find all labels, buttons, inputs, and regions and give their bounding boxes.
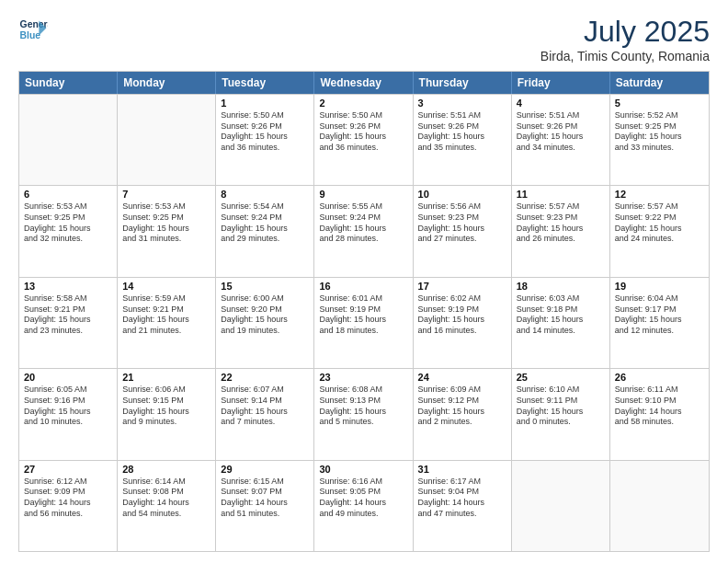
calendar-cell: 10Sunrise: 5:56 AMSunset: 9:23 PMDayligh… xyxy=(414,186,512,276)
day-number: 24 xyxy=(418,372,506,383)
cell-line: Sunrise: 6:03 AM xyxy=(517,293,605,304)
cell-line: Sunset: 9:15 PM xyxy=(122,396,210,407)
cell-line: Sunrise: 5:58 AM xyxy=(24,293,112,304)
svg-text:Blue: Blue xyxy=(20,30,41,40)
calendar-cell: 9Sunrise: 5:55 AMSunset: 9:24 PMDaylight… xyxy=(314,186,413,276)
cell-line: and 18 minutes. xyxy=(319,326,407,337)
calendar-cell: 17Sunrise: 6:02 AMSunset: 9:19 PMDayligh… xyxy=(414,278,512,368)
calendar-row: 1Sunrise: 5:50 AMSunset: 9:26 PMDaylight… xyxy=(19,94,709,185)
cell-line: Sunrise: 5:53 AM xyxy=(122,201,210,213)
page: General Blue July 2025 Birda, Timis Coun… xyxy=(0,0,728,563)
day-number: 19 xyxy=(615,281,704,292)
day-number: 11 xyxy=(517,189,605,200)
cell-line: Daylight: 15 hours xyxy=(122,407,210,418)
calendar-cell: 21Sunrise: 6:06 AMSunset: 9:15 PMDayligh… xyxy=(118,369,216,459)
cell-line: Sunrise: 6:06 AM xyxy=(122,385,210,396)
cell-line: Sunset: 9:04 PM xyxy=(418,487,506,498)
cell-line: Sunset: 9:25 PM xyxy=(122,213,210,224)
calendar-cell: 28Sunrise: 6:14 AMSunset: 9:08 PMDayligh… xyxy=(118,461,216,551)
cell-line: Daylight: 14 hours xyxy=(615,407,704,418)
day-number: 23 xyxy=(319,372,407,383)
cell-line: and 24 minutes. xyxy=(615,234,704,245)
calendar-cell: 19Sunrise: 6:04 AMSunset: 9:17 PMDayligh… xyxy=(610,278,709,368)
day-number: 17 xyxy=(418,281,506,292)
calendar-cell: 25Sunrise: 6:10 AMSunset: 9:11 PMDayligh… xyxy=(512,369,610,459)
cell-line: Sunrise: 5:57 AM xyxy=(517,201,605,213)
day-number: 21 xyxy=(122,372,210,383)
day-number: 12 xyxy=(615,189,704,200)
cell-line: and 32 minutes. xyxy=(24,234,112,245)
cell-line: and 35 minutes. xyxy=(418,143,506,154)
cell-line: and 23 minutes. xyxy=(24,326,112,337)
cell-line: Sunset: 9:19 PM xyxy=(418,304,506,316)
cell-line: Sunset: 9:07 PM xyxy=(221,487,309,498)
cell-line: Sunset: 9:17 PM xyxy=(615,304,704,316)
cell-line: Sunset: 9:19 PM xyxy=(319,304,407,316)
day-number: 16 xyxy=(319,281,407,292)
calendar-cell xyxy=(610,461,709,551)
calendar-cell: 6Sunrise: 5:53 AMSunset: 9:25 PMDaylight… xyxy=(19,186,118,276)
cell-line: Sunset: 9:20 PM xyxy=(221,304,309,316)
cell-line: Sunset: 9:25 PM xyxy=(615,121,704,132)
cell-line: Daylight: 15 hours xyxy=(319,315,407,326)
cell-line: Daylight: 15 hours xyxy=(517,224,605,235)
cell-line: Daylight: 15 hours xyxy=(221,224,309,235)
cell-line: Sunrise: 5:51 AM xyxy=(517,110,605,121)
day-number: 14 xyxy=(122,281,210,292)
cell-line: Sunset: 9:12 PM xyxy=(418,396,506,407)
cell-line: Daylight: 15 hours xyxy=(221,407,309,418)
title-block: July 2025 Birda, Timis County, Romania xyxy=(540,15,710,63)
calendar-cell: 1Sunrise: 5:50 AMSunset: 9:26 PMDaylight… xyxy=(216,95,314,185)
cell-line: Daylight: 15 hours xyxy=(319,132,407,143)
weekday-header: Friday xyxy=(512,72,610,94)
cell-line: Sunrise: 6:00 AM xyxy=(221,293,309,304)
calendar-row: 27Sunrise: 6:12 AMSunset: 9:09 PMDayligh… xyxy=(19,460,709,551)
cell-line: and 33 minutes. xyxy=(615,143,704,154)
cell-line: Daylight: 14 hours xyxy=(122,498,210,509)
cell-line: Sunset: 9:16 PM xyxy=(24,396,112,407)
calendar-cell: 2Sunrise: 5:50 AMSunset: 9:26 PMDaylight… xyxy=(314,95,413,185)
cell-line: Sunset: 9:26 PM xyxy=(418,121,506,132)
cell-line: and 2 minutes. xyxy=(418,417,506,428)
calendar-cell xyxy=(118,95,216,185)
weekday-header: Saturday xyxy=(610,72,709,94)
cell-line: Sunset: 9:26 PM xyxy=(517,121,605,132)
cell-line: Sunrise: 6:16 AM xyxy=(319,477,407,488)
logo-icon: General Blue xyxy=(18,15,48,44)
cell-line: Sunrise: 5:54 AM xyxy=(221,201,309,213)
cell-line: Sunrise: 5:53 AM xyxy=(24,201,112,213)
cell-line: Sunset: 9:13 PM xyxy=(319,396,407,407)
cell-line: Daylight: 15 hours xyxy=(615,132,704,143)
cell-line: Daylight: 15 hours xyxy=(517,407,605,418)
calendar-cell: 5Sunrise: 5:52 AMSunset: 9:25 PMDaylight… xyxy=(610,95,709,185)
cell-line: and 49 minutes. xyxy=(319,509,407,520)
cell-line: Sunrise: 6:07 AM xyxy=(221,385,309,396)
day-number: 27 xyxy=(24,464,112,475)
cell-line: Sunset: 9:05 PM xyxy=(319,487,407,498)
cell-line: Sunrise: 6:11 AM xyxy=(615,385,704,396)
weekday-header: Thursday xyxy=(414,72,512,94)
cell-line: Sunrise: 6:02 AM xyxy=(418,293,506,304)
calendar-cell: 27Sunrise: 6:12 AMSunset: 9:09 PMDayligh… xyxy=(19,461,118,551)
cell-line: Sunset: 9:21 PM xyxy=(122,304,210,316)
calendar-cell: 7Sunrise: 5:53 AMSunset: 9:25 PMDaylight… xyxy=(118,186,216,276)
cell-line: and 7 minutes. xyxy=(221,417,309,428)
calendar-cell xyxy=(512,461,610,551)
weekday-header: Tuesday xyxy=(216,72,314,94)
cell-line: and 21 minutes. xyxy=(122,326,210,337)
location-subtitle: Birda, Timis County, Romania xyxy=(540,49,710,63)
cell-line: Daylight: 15 hours xyxy=(418,132,506,143)
calendar-cell: 11Sunrise: 5:57 AMSunset: 9:23 PMDayligh… xyxy=(512,186,610,276)
cell-line: Sunset: 9:21 PM xyxy=(24,304,112,316)
cell-line: Sunrise: 6:14 AM xyxy=(122,477,210,488)
day-number: 2 xyxy=(319,98,407,109)
cell-line: Sunset: 9:26 PM xyxy=(319,121,407,132)
cell-line: and 58 minutes. xyxy=(615,417,704,428)
cell-line: Daylight: 15 hours xyxy=(24,315,112,326)
day-number: 5 xyxy=(615,98,704,109)
cell-line: Daylight: 15 hours xyxy=(319,224,407,235)
header: General Blue July 2025 Birda, Timis Coun… xyxy=(18,15,710,63)
cell-line: and 54 minutes. xyxy=(122,509,210,520)
cell-line: and 31 minutes. xyxy=(122,234,210,245)
cell-line: and 34 minutes. xyxy=(517,143,605,154)
